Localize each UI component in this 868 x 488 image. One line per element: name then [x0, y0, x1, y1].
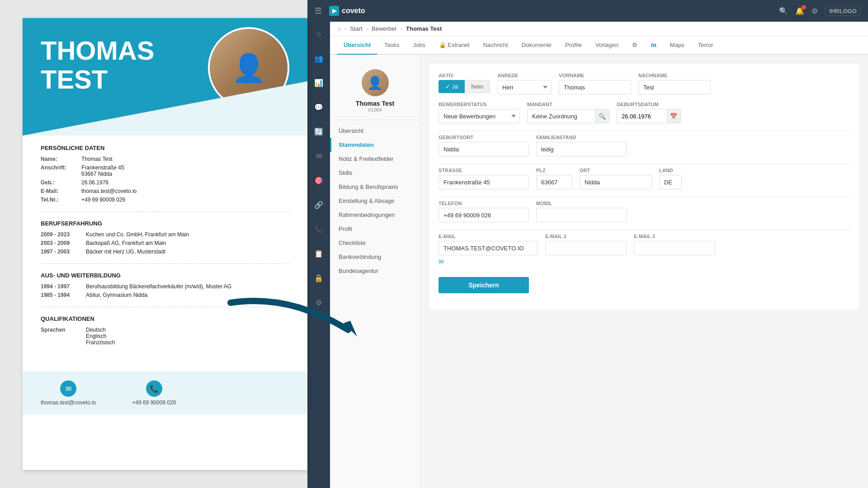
strasse-input[interactable]	[439, 175, 529, 189]
tab-dokumente[interactable]: Dokumente	[515, 36, 558, 55]
home-breadcrumb-icon[interactable]: ⌂	[337, 25, 341, 32]
geburtsdatum-label: Geburtsdatum	[617, 102, 681, 107]
nav-profil[interactable]: Profil	[330, 222, 420, 236]
nav-bank[interactable]: Bankverbindung	[330, 250, 420, 264]
vorname-label: Vorname	[559, 73, 631, 78]
cv-edu-row-2: 1985 - 1994 Abitur, Gymnasium Nidda	[41, 292, 289, 298]
tab-jobs[interactable]: Jobs	[406, 36, 431, 55]
nein-button[interactable]: Nein	[465, 80, 490, 93]
form-group-familienstand: Familienstand	[536, 135, 627, 156]
nachname-input[interactable]	[638, 80, 711, 94]
tab-vorlagen[interactable]: Vorlagen	[589, 36, 625, 55]
form-group-land: Land	[659, 168, 682, 189]
cv-qualifications-title: QUALIFIKATIONEN	[41, 315, 289, 322]
cv-personal-title: PERSÖNLICHE DATEN	[41, 145, 289, 151]
sidebar-icon-mail[interactable]: ✉	[311, 148, 326, 164]
breadcrumb-bewerber[interactable]: Bewerber	[372, 25, 397, 32]
cv-experience-title: BERUFSERFAHRUNG	[41, 220, 289, 227]
sidebar-icon-refresh[interactable]: 🔄	[311, 124, 326, 139]
email-input[interactable]	[439, 241, 538, 255]
mandant-input[interactable]	[527, 109, 595, 123]
settings-icon[interactable]: ⚙	[811, 7, 818, 15]
anrede-select[interactable]: Herr Frau	[497, 80, 552, 94]
plz-label: PLZ	[536, 168, 572, 173]
nav-checkliste[interactable]: Checkliste	[330, 236, 420, 250]
tab-gear[interactable]: ⚙	[626, 36, 644, 55]
telefon-input[interactable]	[439, 208, 529, 222]
nav-notiz[interactable]: Notiz & Freitextfelder	[330, 152, 420, 166]
sidebar-icon-chat[interactable]: 💬	[311, 99, 326, 115]
form-group-ort: Ort	[580, 168, 652, 189]
email2-label: E-Mail 2	[545, 234, 627, 239]
geburtsdatum-field: 📅	[617, 109, 681, 123]
tab-maps[interactable]: Maps	[664, 36, 691, 55]
mandant-search-button[interactable]: 🔍	[595, 109, 609, 123]
form-group-nachname: Nachname	[638, 73, 711, 94]
crm-sidebar: ⌂ 👥 📊 💬 🔄 ✉ 🎯 🔗 📞 📋 🔒 ⚙	[307, 22, 330, 488]
email3-input[interactable]	[634, 241, 715, 255]
form-row-5: Telefon Mobil	[439, 201, 850, 222]
sidebar-icon-target[interactable]: 🎯	[311, 173, 326, 188]
cv-address-row: Anschrift: Frankenstraße 45 63667 Nidda	[41, 164, 289, 177]
tab-profile[interactable]: Profile	[559, 36, 588, 55]
cv-name-row: Name: Thomas Test	[41, 156, 289, 162]
nav-ubersicht[interactable]: Übersicht	[330, 124, 420, 138]
sidebar-icon-gear[interactable]: ⚙	[311, 295, 326, 310]
nav-bildung[interactable]: Bildung & Berufspraxis	[330, 180, 420, 194]
tab-ubersicht[interactable]: Übersicht	[337, 36, 377, 55]
nav-stammdaten[interactable]: Stammdaten	[330, 138, 420, 152]
bell-icon[interactable]: 🔔 ·	[795, 7, 804, 15]
email3-label: E-Mail 3	[634, 234, 715, 239]
plz-input[interactable]	[536, 175, 572, 189]
cv-footer-email: ✉ thomas.test@coveto.io	[41, 380, 96, 406]
familienstand-input[interactable]	[536, 142, 627, 156]
sidebar-icon-link[interactable]: 🔗	[311, 197, 326, 212]
sidebar-icon-lock[interactable]: 🔒	[311, 270, 326, 286]
crm-main: ⌂ 👥 📊 💬 🔄 ✉ 🎯 🔗 📞 📋 🔒 ⚙ ⌂ › Start › Bewe…	[307, 22, 868, 488]
profile-name: Thomas Test	[356, 100, 394, 107]
form-group-geburtsdatum: Geburtsdatum 📅	[617, 102, 681, 123]
email2-input[interactable]	[545, 241, 627, 255]
nav-skills[interactable]: Skills	[330, 166, 420, 180]
sidebar-icon-docs[interactable]: 📋	[311, 246, 326, 261]
bewerberstatus-select[interactable]: Neue Bewerbungen	[439, 109, 520, 123]
mandant-field: 🔍	[527, 109, 609, 123]
land-input[interactable]	[659, 175, 682, 189]
mobil-input[interactable]	[536, 208, 627, 222]
tab-nachricht[interactable]: Nachricht	[477, 36, 514, 55]
cv-exp-row-2: 2003 - 2009 Backspaß AG, Frankfurt am Ma…	[41, 240, 289, 246]
geburtsort-input[interactable]	[439, 142, 529, 156]
nav-einstellung[interactable]: Einstellung & Absage	[330, 194, 420, 208]
nav-rahmen[interactable]: Rahmenbedingungen	[330, 208, 420, 222]
geburtsdatum-input[interactable]	[617, 109, 666, 123]
breadcrumb-start[interactable]: Start	[350, 25, 362, 32]
tab-linkedin[interactable]: in	[645, 36, 663, 55]
crm-topnav: ☰ ▶ coveto 🔍 🔔 · ⚙ IHRLOGO	[307, 0, 868, 22]
calendar-icon[interactable]: 📅	[666, 109, 681, 123]
vorname-input[interactable]	[559, 80, 631, 94]
search-icon[interactable]: 🔍	[779, 7, 788, 15]
crm-content: ⌂ › Start › Bewerber › Thomas Test Übers…	[330, 22, 868, 488]
sidebar-icon-chart[interactable]: 📊	[311, 75, 326, 90]
mobil-label: Mobil	[536, 201, 627, 206]
crm-panel: ☰ ▶ coveto 🔍 🔔 · ⚙ IHRLOGO ⌂ 👥 📊 💬 🔄 ✉ 🎯…	[307, 0, 868, 488]
form-row-3: Geburtsort Familienstand	[439, 135, 850, 156]
tab-terror[interactable]: Terror	[692, 36, 720, 55]
cv-footer: ✉ thomas.test@coveto.io 📞 +49 69 90009 0…	[23, 371, 307, 415]
tab-extranet[interactable]: 🔒 Extranet	[433, 36, 476, 55]
ort-input[interactable]	[580, 175, 652, 189]
aktiv-label: Aktiv	[439, 73, 490, 78]
tab-tasks[interactable]: Tasks	[378, 36, 406, 55]
sidebar-icon-phone[interactable]: 📞	[311, 221, 326, 237]
ja-button[interactable]: ✓ Ja	[439, 80, 465, 93]
cv-exp-row-3: 1997 - 2003 Bäcker mit Herz UG, Musterst…	[41, 249, 289, 255]
sidebar-icon-home[interactable]: ⌂	[311, 26, 326, 42]
form-area: Aktiv ✓ Ja Nein Anrede Herr Fra	[420, 55, 868, 488]
hamburger-icon[interactable]: ☰	[315, 6, 322, 16]
save-button[interactable]: Speichern	[439, 277, 529, 293]
telefon-label: Telefon	[439, 201, 529, 206]
form-row-6: E-Mail ✉ E-Mail 2 E-Mail 3	[439, 234, 850, 265]
nav-bundesagentur[interactable]: Bundesagentur	[330, 264, 420, 278]
form-group-email2: E-Mail 2	[545, 234, 627, 255]
sidebar-icon-users[interactable]: 👥	[311, 51, 326, 66]
